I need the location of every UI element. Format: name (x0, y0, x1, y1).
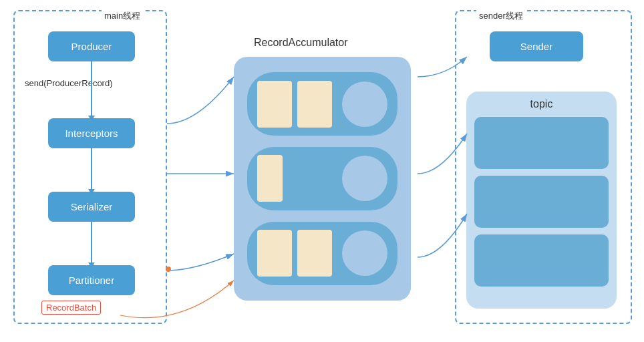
partitioner-box: Partitioner (48, 265, 135, 295)
arrow2-head (88, 189, 95, 194)
topic-label: topic (474, 98, 609, 110)
sender-thread-label: sender线程 (476, 10, 526, 22)
acc-circle-3 (342, 230, 387, 276)
send-label: send(ProducerRecord) (25, 78, 113, 88)
arrow1 (91, 61, 92, 118)
topic-container: topic (466, 92, 617, 309)
accumulator-body (234, 57, 411, 301)
serializer-box: Serializer (48, 192, 135, 222)
main-thread-label: main线程 (102, 10, 143, 22)
acc-slot-2-1 (257, 155, 283, 202)
topic-slot-1 (474, 117, 609, 169)
diagram-container: main线程 Producer send(ProducerRecord) Int… (0, 0, 644, 342)
sender-box: Sender (490, 31, 583, 61)
acc-slot-1-2 (297, 81, 332, 128)
acc-circle-2 (342, 156, 387, 201)
acc-row-2 (247, 147, 397, 210)
record-accumulator-section: RecordAccumulator (227, 37, 421, 304)
arrow3-head (88, 263, 95, 268)
topic-slot-2 (474, 176, 609, 228)
acc-slot-1-1 (257, 81, 292, 128)
arrow2 (91, 148, 92, 192)
acc-slot-3-1 (257, 230, 292, 277)
arrow3 (91, 222, 92, 265)
interceptors-box: Interceptors (48, 118, 135, 148)
arrow1-head (88, 116, 95, 121)
acc-row-3 (247, 222, 397, 285)
topic-slot-3 (474, 234, 609, 287)
producer-box: Producer (48, 31, 135, 61)
acc-circle-1 (342, 81, 387, 127)
record-batch-label: RecordBatch (41, 301, 101, 315)
sender-thread-section: sender线程 Sender topic (455, 10, 632, 324)
main-thread-section: main线程 Producer send(ProducerRecord) Int… (13, 10, 167, 324)
acc-slot-3-2 (297, 230, 332, 277)
record-accumulator-label: RecordAccumulator (254, 37, 348, 49)
acc-row-1 (247, 72, 397, 136)
